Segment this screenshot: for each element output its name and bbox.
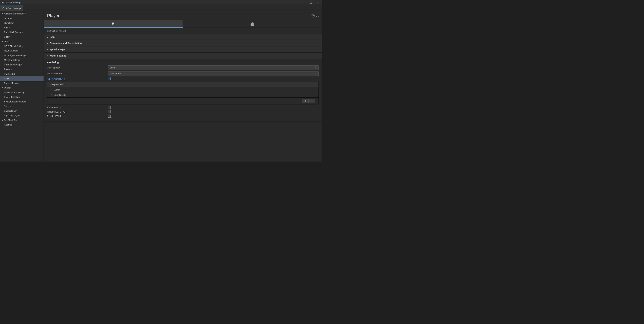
label-input-system: Input System Package: [4, 54, 26, 57]
sidebar-item-tags-layers[interactable]: Tags and Layers: [0, 113, 44, 118]
sidebar-item-urp-global[interactable]: URP Global Settings: [0, 44, 44, 49]
require-es32-label: Require ES3.2: [47, 115, 108, 117]
sidebar-item-textmesh-pro[interactable]: TextMesh Pro: [0, 118, 44, 123]
sidebar-item-universal-rp[interactable]: Universal RP Settings: [0, 90, 44, 95]
require-es31aep-row: Require ES3.1+AEP: [47, 110, 319, 113]
page-title: Player: [47, 13, 60, 18]
sidebar-item-input-system[interactable]: Input System Package: [0, 53, 44, 58]
sidebar-item-quality[interactable]: Quality: [0, 86, 44, 90]
splash-section-title: Splash Image: [50, 48, 65, 51]
remove-api-button[interactable]: −: [309, 99, 315, 103]
sidebar-item-preset-manager[interactable]: Preset Manager: [0, 81, 44, 86]
tab-project-settings[interactable]: Project Settings: [0, 6, 23, 11]
monitor-icon: 🖥: [112, 22, 115, 26]
label-urp-global: URP Global Settings: [4, 45, 24, 48]
msaa-dropdown-arrow-icon: ▼: [315, 73, 317, 75]
label-quality: Quality: [4, 86, 11, 90]
section-resolution-header[interactable]: Resolution and Presentation: [44, 40, 322, 46]
vulkan-drag-handle: ≡: [50, 88, 52, 91]
auto-graphics-row: Auto Graphics API: [47, 77, 319, 80]
sidebar-item-services[interactable]: Services: [0, 104, 44, 109]
require-es32-checkbox[interactable]: [108, 115, 111, 118]
require-es31aep-label: Require ES3.1+AEP: [47, 111, 108, 113]
color-space-dropdown[interactable]: Linear ▼: [108, 66, 319, 70]
auto-graphics-label[interactable]: Auto Graphics API: [47, 78, 108, 80]
require-es31aep-checkbox[interactable]: [108, 110, 111, 113]
title-bar-controls: — ☐ ✕: [302, 1, 320, 4]
label-player: Player: [4, 77, 10, 80]
sidebar-item-script-execution[interactable]: Script Execution Order: [0, 99, 44, 104]
arrow-quality: [2, 87, 3, 89]
arrow-adaptive-performance: [2, 13, 3, 15]
auto-graphics-checkbox[interactable]: [108, 77, 111, 80]
sidebar-item-textmesh-settings[interactable]: Settings: [0, 122, 44, 127]
sidebar-item-input-manager[interactable]: Input Manager: [0, 49, 44, 53]
sidebar-item-android[interactable]: Android: [0, 16, 44, 21]
maximize-button[interactable]: ☐: [309, 1, 313, 4]
sidebar-item-scene-template[interactable]: Scene Template: [0, 95, 44, 99]
title-bar: Project Settings — ☐ ✕: [0, 0, 322, 6]
main-layout: Adaptive PerformanceAndroidSimulatorAudi…: [0, 11, 322, 162]
content-area: Player 🖥 🤖 Settings for Android: [44, 11, 322, 162]
sidebar-item-audio[interactable]: Audio: [0, 26, 44, 30]
label-simulator: Simulator: [4, 21, 14, 25]
title-bar-left: Project Settings: [2, 1, 21, 4]
color-space-label: Color Space*: [47, 67, 108, 69]
msaa-fallback-label: MSAA Fallback: [47, 72, 108, 75]
msaa-fallback-control[interactable]: Downgrade ▼: [108, 71, 319, 76]
close-button[interactable]: ✕: [316, 1, 320, 4]
label-tags-layers: Tags and Layers: [4, 114, 20, 117]
require-es31-row: Require ES3.1: [47, 106, 319, 109]
sidebar-item-adaptive-performance[interactable]: Adaptive Performance: [0, 12, 44, 16]
help-icon[interactable]: [312, 14, 314, 17]
section-other-header[interactable]: Other Settings: [44, 53, 322, 59]
add-api-button[interactable]: +: [302, 99, 308, 103]
sidebar-item-simulator[interactable]: Simulator: [0, 21, 44, 26]
sidebar-item-player[interactable]: Player: [0, 76, 44, 81]
rendering-title: Rendering: [47, 61, 319, 64]
section-splash-header[interactable]: Splash Image: [44, 47, 322, 53]
label-textmesh-pro: TextMesh Pro: [4, 119, 17, 122]
arrow-textmesh-pro: [2, 119, 3, 121]
minimize-button[interactable]: —: [302, 1, 306, 4]
section-splash: Splash Image: [44, 47, 322, 53]
tab-android[interactable]: 🤖: [183, 20, 322, 28]
sidebar-item-graphics[interactable]: Graphics: [0, 39, 44, 44]
graphics-apis-header: Graphics APIs: [47, 82, 318, 87]
color-space-control[interactable]: Linear ▼: [108, 66, 319, 70]
label-audio: Audio: [4, 26, 10, 30]
label-physics: Physics: [4, 68, 12, 71]
platform-tabs: 🖥 🤖: [44, 20, 322, 28]
graphics-apis-section: Graphics APIs ≡ Vulkan ≡ OpenGLES3 + −: [47, 82, 319, 105]
sidebar-item-physics-2d[interactable]: Physics 2D: [0, 72, 44, 76]
dropdown-arrow-icon: ▼: [315, 67, 317, 69]
sidebar-item-physics[interactable]: Physics: [0, 67, 44, 72]
resolution-section-title: Resolution and Presentation: [50, 42, 82, 45]
sidebar-item-shader-graph[interactable]: ShaderGraph: [0, 109, 44, 113]
section-icon-header[interactable]: Icon: [44, 34, 322, 40]
section-resolution: Resolution and Presentation: [44, 40, 322, 47]
sidebar-item-package-manager[interactable]: Package Manager: [0, 62, 44, 67]
icon-section-arrow: [47, 36, 48, 38]
require-es31-checkbox[interactable]: [108, 106, 111, 109]
title-bar-title: Project Settings: [6, 1, 21, 4]
label-universal-rp: Universal RP Settings: [4, 91, 26, 94]
label-android: Android: [4, 17, 12, 20]
api-buttons: + −: [47, 98, 318, 104]
question-mark-icon: [312, 14, 314, 17]
sidebar-item-burst-aot[interactable]: Burst AOT Settings: [0, 30, 44, 35]
sidebar-item-memory-settings[interactable]: Memory Settings: [0, 58, 44, 62]
header-icons: [312, 14, 319, 17]
label-burst-aot: Burst AOT Settings: [4, 31, 22, 34]
label-textmesh-settings: Settings: [4, 123, 12, 127]
label-package-manager: Package Manager: [4, 63, 22, 67]
label-script-execution: Script Execution Order: [4, 100, 26, 104]
label-physics-2d: Physics 2D: [4, 72, 15, 76]
sidebar-item-editor[interactable]: Editor: [0, 35, 44, 39]
msaa-fallback-dropdown[interactable]: Downgrade ▼: [108, 71, 319, 76]
tab-pc[interactable]: 🖥: [44, 20, 183, 28]
require-es31-label: Require ES3.1: [47, 106, 108, 109]
other-section-arrow: [47, 55, 49, 57]
android-icon: 🤖: [250, 22, 254, 26]
fullscreen-icon[interactable]: [316, 14, 319, 17]
